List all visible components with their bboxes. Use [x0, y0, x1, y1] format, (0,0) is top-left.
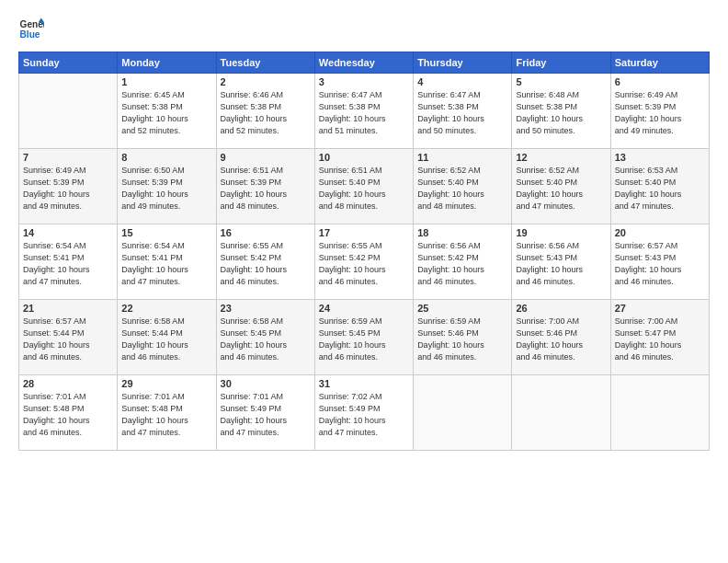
day-number: 26	[516, 303, 606, 314]
day-number: 18	[417, 227, 507, 238]
calendar-cell: 12Sunrise: 6:52 AM Sunset: 5:40 PM Dayli…	[512, 149, 610, 224]
calendar-cell: 9Sunrise: 6:51 AM Sunset: 5:39 PM Daylig…	[216, 149, 314, 224]
day-number: 4	[417, 76, 507, 87]
calendar-header-row: SundayMondayTuesdayWednesdayThursdayFrid…	[19, 52, 710, 74]
calendar-cell: 15Sunrise: 6:54 AM Sunset: 5:41 PM Dayli…	[118, 224, 216, 300]
day-number: 10	[319, 152, 409, 163]
cell-detail: Sunrise: 6:55 AM Sunset: 5:42 PM Dayligh…	[221, 240, 311, 288]
day-number: 12	[516, 152, 606, 163]
calendar-cell: 20Sunrise: 6:57 AM Sunset: 5:43 PM Dayli…	[610, 224, 709, 300]
cell-detail: Sunrise: 6:47 AM Sunset: 5:38 PM Dayligh…	[319, 89, 409, 137]
cell-detail: Sunrise: 6:58 AM Sunset: 5:45 PM Dayligh…	[221, 316, 311, 363]
cell-detail: Sunrise: 6:48 AM Sunset: 5:38 PM Dayligh…	[516, 89, 606, 137]
calendar-week-row: 28Sunrise: 7:01 AM Sunset: 5:48 PM Dayli…	[19, 375, 710, 451]
calendar-cell: 17Sunrise: 6:55 AM Sunset: 5:42 PM Dayli…	[314, 224, 413, 300]
cell-detail: Sunrise: 6:59 AM Sunset: 5:45 PM Dayligh…	[319, 316, 409, 363]
cell-detail: Sunrise: 6:55 AM Sunset: 5:42 PM Dayligh…	[319, 240, 409, 288]
header: General Blue	[18, 17, 710, 42]
day-number: 6	[615, 76, 705, 87]
calendar-cell: 29Sunrise: 7:01 AM Sunset: 5:48 PM Dayli…	[118, 375, 216, 451]
day-number: 30	[221, 378, 311, 389]
day-number: 17	[319, 227, 409, 238]
page: General Blue SundayMondayTuesdayWednesda…	[0, 0, 728, 563]
calendar-cell: 18Sunrise: 6:56 AM Sunset: 5:42 PM Dayli…	[414, 224, 512, 300]
cell-detail: Sunrise: 6:54 AM Sunset: 5:41 PM Dayligh…	[121, 240, 211, 288]
weekday-header: Tuesday	[216, 52, 314, 74]
calendar-cell: 16Sunrise: 6:55 AM Sunset: 5:42 PM Dayli…	[216, 224, 314, 300]
day-number: 5	[516, 76, 606, 87]
cell-detail: Sunrise: 6:52 AM Sunset: 5:40 PM Dayligh…	[516, 165, 606, 213]
day-number: 22	[121, 303, 211, 314]
cell-detail: Sunrise: 7:01 AM Sunset: 5:49 PM Dayligh…	[221, 391, 311, 439]
day-number: 8	[121, 152, 211, 163]
cell-detail: Sunrise: 6:51 AM Sunset: 5:39 PM Dayligh…	[221, 165, 311, 213]
calendar-cell: 27Sunrise: 7:00 AM Sunset: 5:47 PM Dayli…	[610, 300, 709, 375]
calendar-cell: 30Sunrise: 7:01 AM Sunset: 5:49 PM Dayli…	[216, 375, 314, 451]
day-number: 15	[121, 227, 211, 238]
calendar-cell: 19Sunrise: 6:56 AM Sunset: 5:43 PM Dayli…	[512, 224, 610, 300]
calendar-cell: 5Sunrise: 6:48 AM Sunset: 5:38 PM Daylig…	[512, 74, 610, 149]
calendar-cell: 3Sunrise: 6:47 AM Sunset: 5:38 PM Daylig…	[314, 74, 413, 149]
calendar-cell: 7Sunrise: 6:49 AM Sunset: 5:39 PM Daylig…	[19, 149, 118, 224]
calendar-cell: 23Sunrise: 6:58 AM Sunset: 5:45 PM Dayli…	[216, 300, 314, 375]
weekday-header: Saturday	[610, 52, 709, 74]
weekday-header: Friday	[512, 52, 610, 74]
calendar-cell: 8Sunrise: 6:50 AM Sunset: 5:39 PM Daylig…	[118, 149, 216, 224]
cell-detail: Sunrise: 7:01 AM Sunset: 5:48 PM Dayligh…	[23, 391, 113, 439]
day-number: 3	[319, 76, 409, 87]
calendar-cell: 25Sunrise: 6:59 AM Sunset: 5:46 PM Dayli…	[414, 300, 512, 375]
cell-detail: Sunrise: 7:00 AM Sunset: 5:46 PM Dayligh…	[516, 316, 606, 363]
calendar-table: SundayMondayTuesdayWednesdayThursdayFrid…	[18, 52, 710, 451]
calendar-cell: 22Sunrise: 6:58 AM Sunset: 5:44 PM Dayli…	[118, 300, 216, 375]
weekday-header: Sunday	[19, 52, 118, 74]
calendar-cell	[610, 375, 709, 451]
day-number: 29	[121, 378, 211, 389]
cell-detail: Sunrise: 6:57 AM Sunset: 5:43 PM Dayligh…	[615, 240, 705, 288]
calendar-cell: 6Sunrise: 6:49 AM Sunset: 5:39 PM Daylig…	[610, 74, 709, 149]
day-number: 24	[319, 303, 409, 314]
cell-detail: Sunrise: 6:50 AM Sunset: 5:39 PM Dayligh…	[121, 165, 211, 213]
day-number: 27	[615, 303, 705, 314]
calendar-cell	[512, 375, 610, 451]
calendar-week-row: 21Sunrise: 6:57 AM Sunset: 5:44 PM Dayli…	[19, 300, 710, 375]
cell-detail: Sunrise: 6:56 AM Sunset: 5:42 PM Dayligh…	[417, 240, 507, 288]
day-number: 21	[23, 303, 113, 314]
calendar-cell: 13Sunrise: 6:53 AM Sunset: 5:40 PM Dayli…	[610, 149, 709, 224]
cell-detail: Sunrise: 6:49 AM Sunset: 5:39 PM Dayligh…	[23, 165, 113, 213]
cell-detail: Sunrise: 7:00 AM Sunset: 5:47 PM Dayligh…	[615, 316, 705, 363]
svg-text:Blue: Blue	[20, 29, 40, 40]
weekday-header: Thursday	[414, 52, 512, 74]
day-number: 7	[23, 152, 113, 163]
calendar-cell: 4Sunrise: 6:47 AM Sunset: 5:38 PM Daylig…	[414, 74, 512, 149]
calendar-cell: 28Sunrise: 7:01 AM Sunset: 5:48 PM Dayli…	[19, 375, 118, 451]
calendar-cell: 1Sunrise: 6:45 AM Sunset: 5:38 PM Daylig…	[118, 74, 216, 149]
cell-detail: Sunrise: 6:52 AM Sunset: 5:40 PM Dayligh…	[417, 165, 507, 213]
day-number: 16	[221, 227, 311, 238]
cell-detail: Sunrise: 6:54 AM Sunset: 5:41 PM Dayligh…	[23, 240, 113, 288]
day-number: 23	[221, 303, 311, 314]
cell-detail: Sunrise: 6:45 AM Sunset: 5:38 PM Dayligh…	[121, 89, 211, 137]
day-number: 11	[417, 152, 507, 163]
logo: General Blue	[18, 17, 48, 42]
cell-detail: Sunrise: 7:02 AM Sunset: 5:49 PM Dayligh…	[319, 391, 409, 439]
day-number: 13	[615, 152, 705, 163]
cell-detail: Sunrise: 6:59 AM Sunset: 5:46 PM Dayligh…	[417, 316, 507, 363]
day-number: 2	[221, 76, 311, 87]
cell-detail: Sunrise: 6:47 AM Sunset: 5:38 PM Dayligh…	[417, 89, 507, 137]
day-number: 9	[221, 152, 311, 163]
cell-detail: Sunrise: 7:01 AM Sunset: 5:48 PM Dayligh…	[121, 391, 211, 439]
logo-icon: General Blue	[18, 17, 44, 42]
calendar-cell: 26Sunrise: 7:00 AM Sunset: 5:46 PM Dayli…	[512, 300, 610, 375]
day-number: 14	[23, 227, 113, 238]
day-number: 28	[23, 378, 113, 389]
cell-detail: Sunrise: 6:57 AM Sunset: 5:44 PM Dayligh…	[23, 316, 113, 363]
calendar-cell: 21Sunrise: 6:57 AM Sunset: 5:44 PM Dayli…	[19, 300, 118, 375]
day-number: 19	[516, 227, 606, 238]
day-number: 31	[319, 378, 409, 389]
day-number: 1	[121, 76, 211, 87]
day-number: 20	[615, 227, 705, 238]
calendar-cell: 2Sunrise: 6:46 AM Sunset: 5:38 PM Daylig…	[216, 74, 314, 149]
calendar-cell: 14Sunrise: 6:54 AM Sunset: 5:41 PM Dayli…	[19, 224, 118, 300]
calendar-week-row: 7Sunrise: 6:49 AM Sunset: 5:39 PM Daylig…	[19, 149, 710, 224]
calendar-week-row: 1Sunrise: 6:45 AM Sunset: 5:38 PM Daylig…	[19, 74, 710, 149]
